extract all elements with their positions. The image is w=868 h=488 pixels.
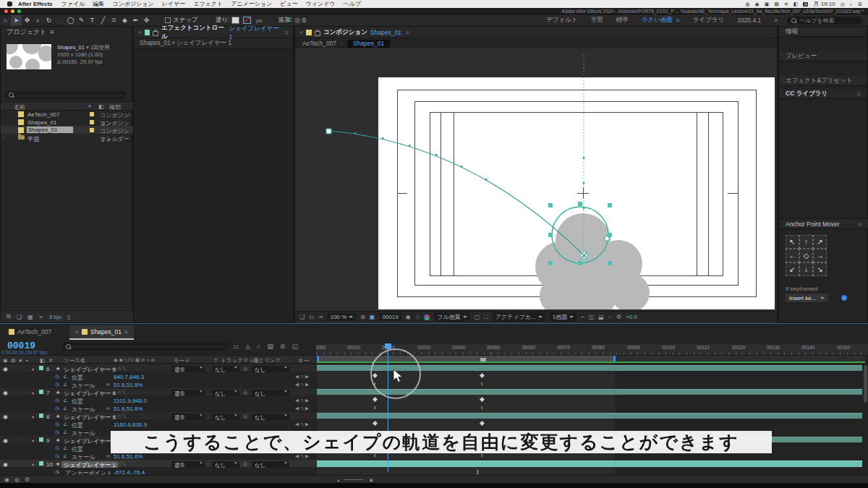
property-value[interactable]: 51.6,51.6% [114, 406, 142, 412]
eye-icon[interactable]: ◉ [3, 390, 8, 396]
graph-icon[interactable]: ∠ [63, 406, 67, 411]
panel-menu-icon[interactable]: ≡ [859, 221, 862, 228]
project-settings-icon[interactable]: ➢ [38, 314, 43, 320]
property-row-position[interactable]: ◷∠ 位置 1101.9,948.0 ◀◇▶ [0, 396, 316, 404]
timeline-tab-aetech007[interactable]: AeTech_007 [3, 325, 57, 338]
stamp-tool-icon[interactable]: ⌑ [109, 15, 119, 26]
workspace-overflow-chevron[interactable]: » [774, 17, 778, 24]
zoom-tool-icon[interactable]: ⌕ [33, 15, 43, 26]
workspace-standard[interactable]: 標準 [616, 16, 629, 25]
app-menu[interactable]: After Effects [18, 1, 53, 7]
current-frame-display[interactable]: 00019 [379, 313, 401, 321]
parent-select[interactable]: なし [252, 366, 289, 372]
fast-previews-icon[interactable]: ◫ [589, 314, 595, 320]
timeline-zoom-slider[interactable] [344, 479, 363, 480]
eye-icon[interactable]: ◉ [3, 461, 8, 468]
stroke-swatch[interactable] [243, 17, 251, 24]
layer-row-shape3[interactable]: ◉▾ 8 ★ シェイプレイヤー 3 ◉◇╲ 通常 なし ◎ なし [0, 412, 316, 420]
timeline-vertical-scrollbar[interactable] [864, 365, 867, 403]
effect-controls-title[interactable]: エフェクトコントロール [161, 24, 226, 41]
workspace-libraries[interactable]: ライブラリ [693, 16, 725, 25]
track-matte-select[interactable]: なし [212, 414, 239, 420]
siri-icon[interactable]: ◎ [841, 1, 845, 7]
layer-color-chip[interactable] [39, 461, 43, 466]
info-panel-tab[interactable]: 情報 [779, 27, 867, 37]
graph-icon[interactable]: ∠ [63, 429, 67, 435]
project-row-name[interactable]: 平面 [27, 135, 39, 143]
stopwatch-icon[interactable]: ◷ [55, 398, 59, 403]
stopwatch-icon[interactable]: ◷ [55, 445, 59, 451]
label-column-icon[interactable]: ◧ [98, 103, 104, 110]
pickwhip-icon[interactable]: ◎ [243, 414, 247, 419]
stopwatch-icon[interactable]: ◷ [55, 429, 59, 435]
close-panel-icon[interactable]: × [138, 29, 142, 36]
text-tool-icon[interactable]: T [87, 15, 98, 26]
view-layout-select[interactable]: 1画面 [550, 312, 576, 322]
anchor-top-left-button[interactable]: ↖ [786, 235, 799, 249]
layer-row-shape1-selected[interactable]: ◉▾ 10 ★ シェイプレイヤー 1 ◉◇╲ 通常 なし ◎ なし [0, 460, 316, 468]
add-target-icon[interactable]: ◎ [294, 17, 300, 24]
resolution-select[interactable]: フル画質 [434, 312, 469, 322]
composition-mini-flowchart-icon[interactable]: ⚏ [233, 343, 239, 350]
anchor-bottom-right-button[interactable]: ↘ [813, 262, 827, 276]
project-item-name[interactable]: Shapes_01 [57, 44, 85, 51]
graph-editor-icon[interactable]: ◱ [292, 343, 299, 350]
property-value[interactable]: 1160.6,836.9 [114, 421, 147, 428]
menu-view[interactable]: ビュー [280, 0, 297, 8]
menu-animation[interactable]: アニメーション [231, 0, 272, 8]
magnification-menu-icon[interactable]: ▭ [309, 314, 315, 320]
expand-modes-icon[interactable]: ◍ [14, 476, 20, 483]
workspace-learn[interactable]: 学習 [591, 16, 603, 25]
expand-layers-icon[interactable]: ◉ [4, 476, 9, 483]
project-row-shapes01[interactable]: Shapes_01 コンポジション [1, 118, 133, 126]
keyframe-nav[interactable]: ◀◇▶ [295, 406, 310, 411]
sort-asc-icon[interactable]: ▲ [88, 103, 92, 108]
twirl-icon[interactable]: ▾ [32, 367, 34, 372]
panel-menu-icon[interactable]: ≡ [857, 90, 861, 98]
anchor-top-right-button[interactable]: ↗ [813, 235, 827, 249]
project-row-name-selected[interactable]: Shapes_01 [27, 127, 73, 133]
layer-color-chip[interactable] [39, 390, 43, 394]
status-icon-record[interactable]: ◍ [745, 1, 749, 7]
grid-guides-icon[interactable]: ⊞ [360, 314, 365, 320]
exposure-icon[interactable]: ⚙ [616, 314, 621, 320]
menu-effect[interactable]: エフェクト [193, 0, 223, 8]
keyframe-nav[interactable]: ◀◇▶ [295, 398, 310, 403]
hold-keyframe-icon[interactable]: I [374, 453, 375, 458]
always-preview-icon[interactable]: ❏ [299, 314, 305, 320]
mask-visibility-icon[interactable]: ▣ [370, 314, 375, 320]
twirl-icon[interactable]: ▾ [32, 438, 34, 443]
label-color-chip[interactable] [90, 112, 94, 116]
menu-bar-clock[interactable]: 月 19:10 [813, 0, 835, 8]
anchor-bottom-button[interactable]: ↓ [799, 262, 813, 276]
effects-presets-panel-tab[interactable]: エフェクト&プリセット [779, 76, 867, 86]
exposure-value[interactable]: +0.0 [626, 314, 637, 320]
mode-column[interactable]: モード [174, 357, 190, 364]
workspace-small-screen[interactable]: 小さい画面 [642, 16, 673, 25]
pickwhip-icon[interactable]: ◎ [243, 366, 247, 372]
layer-switches[interactable]: ◉◇╲ [112, 366, 127, 372]
graph-icon[interactable]: ∠ [63, 421, 67, 427]
composition-canvas[interactable] [378, 77, 775, 309]
notification-center-icon[interactable]: ☰ [858, 1, 862, 7]
interpret-footage-icon[interactable]: ⧉ [7, 313, 11, 320]
keyframe-mode-select[interactable]: Insert ke... [786, 294, 828, 302]
shape-circle[interactable] [610, 273, 650, 309]
camera-select[interactable]: アクティブカ... [493, 312, 545, 322]
panel-menu-icon[interactable]: ≡ [50, 28, 54, 35]
menu-window[interactable]: ウィンドウ [306, 0, 336, 8]
anchor-point-mover-header[interactable]: Anchor Point Mover ≡ [779, 219, 868, 229]
volume-icon[interactable]: ◧ [793, 1, 799, 7]
close-panel-icon[interactable]: × [299, 29, 303, 36]
parent-select[interactable]: なし [252, 390, 289, 396]
hide-shy-layers-icon[interactable]: ⌂ [257, 343, 260, 350]
stopwatch-icon[interactable]: ◷ [55, 382, 59, 388]
parent-link-column[interactable]: 親とリンク [253, 357, 281, 364]
anchor-right-button[interactable]: → [813, 249, 827, 262]
layer-row-shape4[interactable]: ◉▾ 7 ★ シェイプレイヤー 4 ◉◇╲ 通常 なし ◎ なし [0, 388, 316, 396]
property-row-scale[interactable]: ◷∠ スケール ∞ 51.6,51.6% ◀◇▶ [0, 380, 316, 388]
timeline-goto-icon[interactable]: ⬓ [598, 314, 604, 320]
workspace-default[interactable]: デフォルト [546, 16, 578, 25]
new-composition-icon[interactable]: ▦ [27, 314, 33, 320]
snapshot-icon[interactable]: ◉ [406, 314, 411, 320]
